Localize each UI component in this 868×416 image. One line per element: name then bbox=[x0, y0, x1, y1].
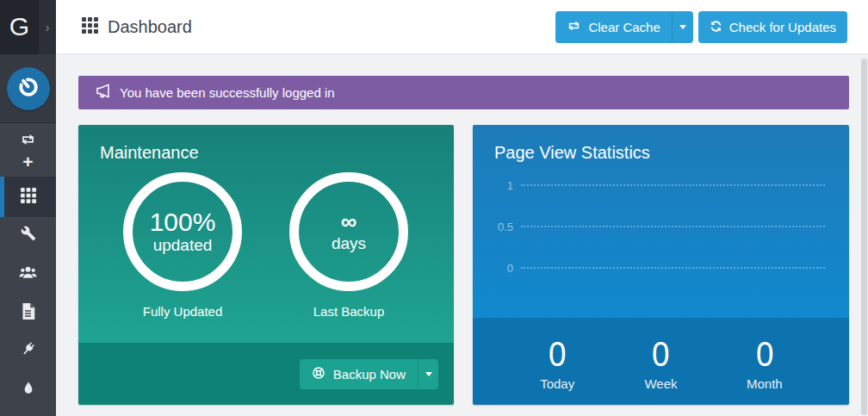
login-success-alert: You have been successfully logged in bbox=[78, 76, 849, 109]
statistics-chart-area: Page View Statistics 1 0.5 0 bbox=[473, 125, 849, 318]
sidebar-item-tools[interactable] bbox=[0, 216, 56, 251]
sidebar-expand-toggle[interactable]: › bbox=[39, 0, 56, 54]
life-ring-icon bbox=[312, 366, 326, 382]
check-updates-button[interactable]: Check for Updates bbox=[698, 11, 847, 43]
dotted-gridline bbox=[521, 226, 825, 227]
sidebar-item-theme[interactable] bbox=[0, 371, 56, 406]
today-value: 0 bbox=[549, 337, 566, 371]
chart-gridline-row: 1 bbox=[473, 178, 849, 192]
header-actions: Clear Cache Check bbox=[555, 11, 847, 43]
statistics-footer: 0 Today 0 Week 0 Month bbox=[473, 318, 849, 405]
power-block bbox=[0, 54, 56, 123]
maintenance-title: Maintenance bbox=[100, 143, 199, 163]
statistics-title: Page View Statistics bbox=[494, 143, 650, 163]
week-value: 0 bbox=[652, 337, 669, 371]
y-tick-label: 0.5 bbox=[473, 220, 521, 233]
alert-message: You have been successfully logged in bbox=[120, 85, 335, 100]
backup-dropdown-button[interactable] bbox=[418, 359, 438, 389]
caret-down-icon bbox=[425, 372, 432, 376]
backup-stat-circle: ∞ days bbox=[289, 172, 408, 291]
chevron-right-icon: › bbox=[46, 22, 50, 34]
backup-label: Last Backup bbox=[289, 304, 408, 319]
dashboard-grid-icon bbox=[82, 17, 98, 37]
header-title-group: Dashboard bbox=[82, 0, 192, 54]
file-icon bbox=[21, 303, 35, 320]
sidebar-item-plugins[interactable] bbox=[0, 332, 56, 366]
dotted-gridline bbox=[521, 267, 825, 269]
scrollbar-track[interactable] bbox=[860, 54, 868, 416]
sidebar-item-users[interactable] bbox=[0, 255, 56, 289]
power-icon bbox=[16, 74, 41, 103]
plug-icon bbox=[20, 341, 36, 357]
updated-unit: updated bbox=[153, 236, 213, 256]
y-tick-label: 0 bbox=[473, 262, 521, 275]
sidebar-item-add[interactable]: + bbox=[0, 144, 56, 178]
week-label: Week bbox=[644, 376, 677, 391]
stat-month: 0 Month bbox=[713, 318, 816, 405]
maintenance-footer: Backup Now bbox=[78, 343, 454, 405]
backup-unit: days bbox=[332, 234, 366, 254]
app-window: G › bbox=[0, 0, 868, 416]
stat-today: 0 Today bbox=[505, 318, 609, 405]
chart-gridline-row: 0 bbox=[473, 261, 849, 275]
maintenance-body: Maintenance 100% updated ∞ days Fully Up… bbox=[78, 125, 454, 343]
dotted-gridline bbox=[521, 184, 825, 186]
backup-now-button[interactable]: Backup Now bbox=[300, 359, 418, 389]
clear-cache-button[interactable]: Clear Cache bbox=[555, 11, 671, 43]
stat-week: 0 Week bbox=[609, 318, 712, 405]
logo-button[interactable]: G bbox=[0, 0, 39, 54]
sidebar-item-pages[interactable] bbox=[0, 294, 56, 328]
backup-split-button: Backup Now bbox=[300, 359, 438, 389]
scrollbar-thumb[interactable] bbox=[861, 59, 867, 415]
y-tick-label: 1 bbox=[473, 179, 521, 192]
clear-cache-label: Clear Cache bbox=[588, 20, 660, 34]
megaphone-icon bbox=[96, 84, 112, 102]
backup-value: ∞ bbox=[341, 209, 357, 234]
power-logo-button[interactable] bbox=[7, 67, 50, 110]
clear-cache-split-button: Clear Cache bbox=[555, 11, 692, 43]
wrench-icon bbox=[21, 226, 36, 241]
updated-label: Fully Updated bbox=[123, 304, 242, 319]
maintenance-panel: Maintenance 100% updated ∞ days Fully Up… bbox=[78, 125, 454, 405]
month-label: Month bbox=[747, 376, 783, 391]
sidebar-item-dashboard[interactable] bbox=[0, 178, 56, 213]
today-label: Today bbox=[540, 376, 574, 391]
grid-icon bbox=[21, 188, 36, 203]
plus-icon: + bbox=[22, 152, 33, 171]
droplet-icon bbox=[22, 382, 34, 396]
sidebar: G › bbox=[0, 0, 56, 416]
updated-stat-circle: 100% updated bbox=[123, 172, 242, 291]
users-icon bbox=[19, 264, 37, 280]
clear-cache-dropdown-button[interactable] bbox=[672, 11, 693, 43]
caret-down-icon bbox=[679, 25, 686, 29]
retweet-icon bbox=[567, 20, 581, 34]
page-title: Dashboard bbox=[108, 17, 192, 37]
page-view-statistics-panel: Page View Statistics 1 0.5 0 0 Today 0 W… bbox=[473, 125, 849, 405]
logo-row: G › bbox=[0, 0, 56, 54]
chart-gridline-row: 0.5 bbox=[473, 220, 849, 233]
header-bar: Dashboard Clear Cache bbox=[56, 0, 868, 54]
backup-now-label: Backup Now bbox=[333, 367, 406, 382]
logo-letter: G bbox=[9, 12, 29, 41]
month-value: 0 bbox=[756, 337, 773, 371]
refresh-icon bbox=[710, 20, 722, 35]
check-updates-label: Check for Updates bbox=[729, 20, 836, 34]
updated-value: 100% bbox=[150, 208, 216, 236]
